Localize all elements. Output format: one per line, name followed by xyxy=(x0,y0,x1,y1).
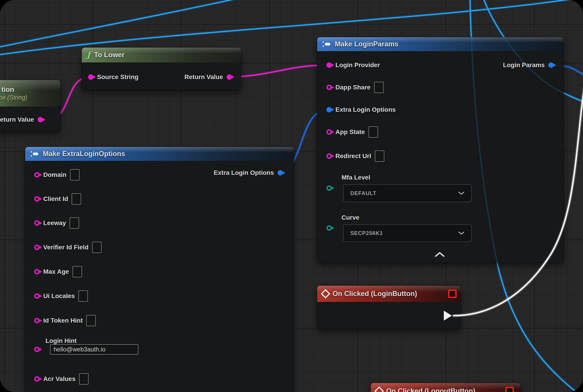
pin-value-box[interactable] xyxy=(368,126,378,138)
string-input-pin-icon[interactable] xyxy=(34,269,40,274)
node-title: On Clicked (LogoutButton) xyxy=(386,387,475,392)
login-hint-input[interactable] xyxy=(50,344,138,354)
struct-input-pin-icon[interactable] xyxy=(326,107,332,112)
pin-value-box[interactable] xyxy=(375,150,384,162)
string-input-pin-icon[interactable] xyxy=(88,74,94,80)
mfa-level-dropdown[interactable]: DEFAULT xyxy=(343,184,472,202)
pin-label: Dapp Share xyxy=(336,84,370,91)
chevron-down-icon xyxy=(458,231,464,235)
enum-input-pin-icon[interactable] xyxy=(326,225,332,231)
node-title: On Clicked (LoginButton) xyxy=(332,290,417,298)
mfa-level-value: DEFAULT xyxy=(350,190,376,196)
enum-pin-label: Mfa Level xyxy=(342,174,370,181)
node-make-extraloginoptions[interactable]: Make ExtraLoginOptions Domain Client Id … xyxy=(25,147,294,392)
string-input-pin-icon[interactable] xyxy=(34,196,40,202)
pin-label: Id Token Hint xyxy=(43,317,83,324)
pin-label: Domain xyxy=(43,171,66,178)
function-icon: ƒ xyxy=(87,51,90,59)
pin-value-box[interactable] xyxy=(79,373,88,384)
pin-label: Verifier Id Field xyxy=(43,244,88,251)
node-onclicked-logoutbutton[interactable]: On Clicked (LogoutButton) xyxy=(371,383,520,392)
wire-string-tolower-loginprovider[interactable] xyxy=(229,65,327,77)
collapse-caret-icon[interactable] xyxy=(434,252,445,258)
curve-dropdown[interactable]: SECP256K1 xyxy=(343,224,472,242)
node-title: Make ExtraLoginOptions xyxy=(43,150,125,158)
string-input-pin-icon[interactable] xyxy=(34,220,40,226)
struct-output-pin-icon[interactable] xyxy=(548,62,554,68)
pin-value-box[interactable] xyxy=(72,193,81,204)
make-struct-icon xyxy=(30,150,39,157)
curve-value: SECP256K1 xyxy=(350,230,383,236)
node-title: To Lower xyxy=(94,51,124,59)
pin-label: Acr Values xyxy=(43,375,76,382)
pin-value-box[interactable] xyxy=(78,290,88,302)
node-subtitle-fragment: ox (String) xyxy=(0,94,27,101)
string-input-pin-icon[interactable] xyxy=(34,293,40,299)
pin-label: Ui Locales xyxy=(43,292,75,300)
chevron-down-icon xyxy=(458,192,464,195)
string-input-pin-icon[interactable] xyxy=(34,376,40,382)
pin-value-box[interactable] xyxy=(72,266,82,277)
pin-value-box[interactable] xyxy=(86,315,96,326)
pin-label: Login Params xyxy=(503,62,545,69)
pin-label: Login Hint xyxy=(46,337,76,344)
pin-label: Return Value xyxy=(184,74,223,81)
widget-bind-icon xyxy=(505,387,514,392)
event-diamond-icon xyxy=(374,386,384,392)
node-title-fragment: tion xyxy=(1,86,14,94)
enum-pin-label: Curve xyxy=(342,214,359,221)
string-output-pin-icon[interactable] xyxy=(226,74,232,80)
node-onclicked-loginbutton[interactable]: On Clicked (LoginButton) xyxy=(317,286,461,329)
exec-output-pin-icon[interactable] xyxy=(444,311,452,320)
blueprint-graph-canvas[interactable]: tion ox (String) eturn Value ƒ To Lower … xyxy=(0,0,583,392)
string-input-pin-icon[interactable] xyxy=(326,62,332,68)
string-input-pin-icon[interactable] xyxy=(34,318,40,323)
string-input-pin-icon[interactable] xyxy=(34,347,40,352)
string-input-pin-icon[interactable] xyxy=(34,172,40,178)
enum-input-pin-icon[interactable] xyxy=(326,186,332,191)
widget-bind-icon xyxy=(448,290,456,298)
pin-label: Source String xyxy=(97,74,138,81)
pin-label: Login Provider xyxy=(336,62,380,69)
string-input-pin-icon[interactable] xyxy=(326,129,332,135)
string-input-pin-icon[interactable] xyxy=(326,154,332,159)
node-partial-function[interactable]: tion ox (String) eturn Value xyxy=(0,80,60,131)
pin-label: Leeway xyxy=(43,220,66,227)
pin-label: eturn Value xyxy=(0,116,34,123)
node-title: Make LoginParams xyxy=(335,40,398,48)
string-input-pin-icon[interactable] xyxy=(34,245,40,250)
string-input-pin-icon[interactable] xyxy=(326,85,332,90)
pin-label: Redirect Url xyxy=(336,152,371,160)
pin-value-box[interactable] xyxy=(92,242,102,253)
make-struct-icon xyxy=(322,41,331,48)
pin-label: Max Age xyxy=(43,268,69,275)
pin-value-box[interactable] xyxy=(70,169,80,180)
pin-label: Extra Login Options xyxy=(336,106,396,113)
pin-value-box[interactable] xyxy=(70,218,79,229)
struct-output-pin-icon[interactable] xyxy=(278,170,283,176)
pin-label: Client Id xyxy=(43,195,68,202)
event-diamond-icon xyxy=(321,289,330,298)
string-output-pin-icon[interactable] xyxy=(38,117,43,122)
pin-label: App State xyxy=(336,128,365,136)
node-make-loginparams[interactable]: Make LoginParams Login Provider Dapp Sha… xyxy=(317,37,564,262)
node-to-lower[interactable]: ƒ To Lower Source String Return Value xyxy=(82,48,241,90)
pin-value-box[interactable] xyxy=(374,82,384,93)
pin-label: Extra Login Options xyxy=(214,169,274,176)
